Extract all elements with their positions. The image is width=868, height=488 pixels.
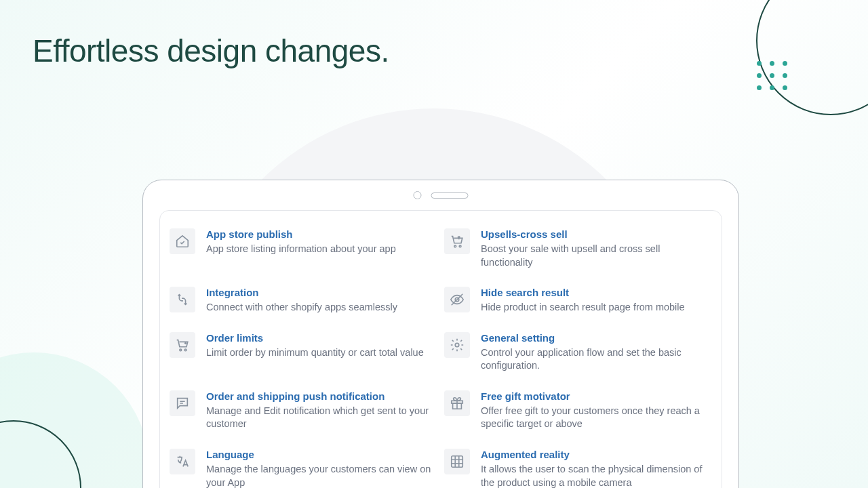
setting-description: App store listing information about your… <box>206 243 437 256</box>
setting-title: General setting <box>481 332 712 344</box>
setting-title: Augmented reality <box>481 449 712 460</box>
ar-icon <box>444 449 470 474</box>
setting-description: Manage and Edit notification which get s… <box>206 405 437 431</box>
setting-item[interactable]: Order and shipping push notification Man… <box>170 390 437 431</box>
setting-text: Language Manage the languages your custo… <box>206 449 437 488</box>
setting-description: Boost your sale with upsell and cross se… <box>481 243 712 269</box>
setting-description: Manage the languages your customers can … <box>206 463 437 488</box>
setting-item[interactable]: Augmented reality It allows the user to … <box>444 449 712 488</box>
setting-text: App store publish App store listing info… <box>206 228 437 256</box>
setting-text: Upsells-cross sell Boost your sale with … <box>481 228 712 269</box>
setting-item[interactable]: App store publish App store listing info… <box>170 228 437 269</box>
gear-icon <box>444 332 470 358</box>
setting-item[interactable]: Language Manage the languages your custo… <box>170 449 437 488</box>
cart-up-icon <box>444 228 470 254</box>
setting-text: Hide search result Hide product in searc… <box>481 287 712 314</box>
message-icon <box>170 390 195 416</box>
page-title: Effortless design changes. <box>33 33 389 69</box>
setting-item[interactable]: Hide search result Hide product in searc… <box>444 287 712 314</box>
setting-description: Limit order by minimum quantity or cart … <box>206 346 437 360</box>
setting-title: Upsells-cross sell <box>481 228 712 240</box>
setting-title: Free gift motivator <box>481 390 712 402</box>
tablet-camera-icon <box>414 191 422 199</box>
cart-plus-icon <box>170 332 195 358</box>
setting-item[interactable]: General setting Control your application… <box>444 332 712 373</box>
setting-item[interactable]: Integration Connect with other shopify a… <box>170 287 437 314</box>
setting-text: Integration Connect with other shopify a… <box>206 287 437 314</box>
setting-text: Free gift motivator Offer free gift to y… <box>481 390 712 431</box>
language-icon <box>170 449 195 474</box>
setting-description: It allows the user to scan the physical … <box>481 463 712 488</box>
setting-title: Order and shipping push notification <box>206 390 437 402</box>
setting-text: Order limits Limit order by minimum quan… <box>206 332 437 360</box>
eye-off-icon <box>444 287 470 312</box>
setting-title: Language <box>206 449 437 460</box>
setting-title: Integration <box>206 287 437 298</box>
setting-item[interactable]: Free gift motivator Offer free gift to y… <box>444 390 712 431</box>
setting-description: Control your application flow and set th… <box>481 346 712 373</box>
decorative-dots <box>757 61 788 90</box>
setting-title: Order limits <box>206 332 437 344</box>
setting-description: Hide product in search result page from … <box>481 301 712 314</box>
decorative-ring-top <box>756 0 868 115</box>
integration-icon <box>170 287 195 312</box>
setting-text: Augmented reality It allows the user to … <box>481 449 712 488</box>
home-icon <box>170 228 195 254</box>
setting-text: Order and shipping push notification Man… <box>206 390 437 431</box>
tablet-speaker-icon <box>431 192 469 199</box>
setting-item[interactable]: Order limits Limit order by minimum quan… <box>170 332 437 373</box>
setting-title: Hide search result <box>481 287 712 298</box>
settings-panel: App store publish App store listing info… <box>159 210 722 488</box>
setting-text: General setting Control your application… <box>481 332 712 373</box>
gift-icon <box>444 390 470 416</box>
tablet-frame: App store publish App store listing info… <box>142 180 739 488</box>
setting-description: Connect with other shopify apps seamless… <box>206 301 437 314</box>
setting-title: App store publish <box>206 228 437 240</box>
tablet-speaker-area <box>414 191 469 199</box>
setting-description: Offer free gift to your customers once t… <box>481 405 712 431</box>
setting-item[interactable]: Upsells-cross sell Boost your sale with … <box>444 228 712 269</box>
